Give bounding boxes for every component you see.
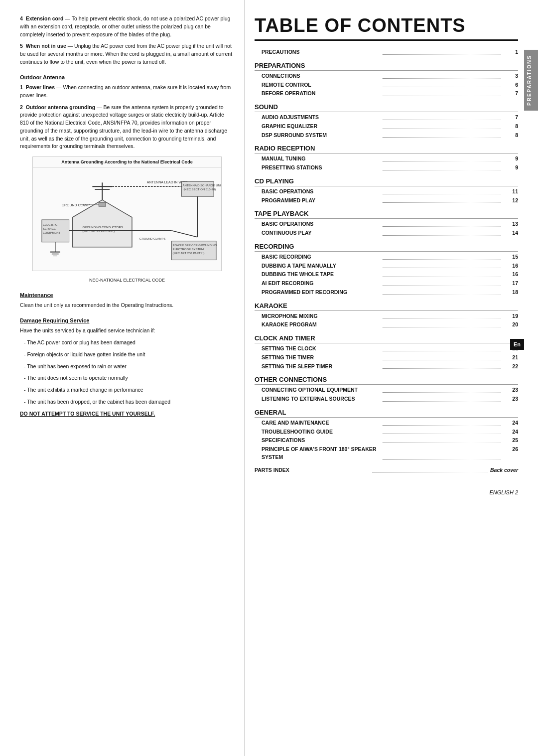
entry-page: 23	[503, 386, 518, 394]
toc-entry: DUBBING THE WHOLE TAPE16	[255, 270, 518, 279]
toc-entry: KARAOKE PROGRAM20	[255, 320, 518, 329]
entry-page: 14	[503, 229, 518, 237]
entry-dots	[383, 280, 502, 286]
entry-dots	[383, 321, 502, 327]
entry-dots	[383, 437, 502, 443]
toc-entry: DSP SURROUND SYSTEM8	[255, 131, 518, 140]
en-badge: En	[510, 339, 524, 350]
entry-dots	[383, 262, 502, 269]
entry-title: PRESETTING STATIONS	[262, 164, 381, 172]
entry-page: 6	[503, 81, 518, 89]
svg-text:(NEC ART 250 PART H): (NEC ART 250 PART H)	[173, 251, 205, 254]
sidebar-tab: PREPARATIONS	[524, 50, 538, 111]
entry-dots	[383, 188, 502, 194]
toc-section-heading: KARAOKE	[255, 302, 518, 311]
entry-title: DUBBING THE WHOLE TAPE	[262, 271, 381, 279]
diagram-title: Antenna Grounding According to the Natio…	[33, 157, 221, 167]
outdoor2-number: 2	[20, 104, 23, 110]
entry-dots	[383, 386, 502, 393]
entry-page: 11	[503, 188, 518, 196]
entry-dots	[383, 197, 502, 203]
antenna-diagram: Antenna Grounding According to the Natio…	[32, 156, 222, 271]
precautions-dots	[383, 48, 502, 55]
entry-page: 7	[503, 90, 518, 98]
toc-section-heading: SOUND	[255, 103, 518, 112]
toc-section: SOUNDAUDIO ADJUSTMENTS7GRAPHIC EQUALIZER…	[255, 103, 518, 140]
svg-text:GROUND CLAMPS: GROUND CLAMPS	[139, 237, 166, 240]
entry-title: BASIC OPERATIONS	[262, 188, 381, 196]
outdoor1-number: 1	[20, 84, 23, 90]
entry-page: 9	[503, 155, 518, 163]
toc-section: RECORDINGBASIC RECORDING15DUBBING A TAPE…	[255, 243, 518, 297]
entry-dots	[383, 363, 502, 369]
svg-rect-6	[99, 202, 106, 206]
item5-title: When not in use	[26, 43, 66, 49]
entry-dots	[383, 428, 502, 435]
svg-text:GROUND CLAMP: GROUND CLAMP	[62, 203, 90, 207]
svg-marker-0	[73, 200, 132, 247]
toc-entry: DUBBING A TAPE MANUALLY16	[255, 262, 518, 271]
toc-entry: PRESETTING STATIONS9	[255, 163, 518, 172]
entry-page: 17	[503, 280, 518, 288]
toc-entry: SETTING THE SLEEP TIMER22	[255, 362, 518, 371]
entry-dots	[383, 132, 502, 138]
toc-entry: BASIC OPERATIONS13	[255, 220, 518, 229]
entry-dots	[383, 419, 502, 426]
entry-title: CONTINUOUS PLAY	[262, 229, 381, 237]
entry-page: 24	[503, 428, 518, 436]
maintenance-heading: Maintenance	[20, 291, 234, 300]
entry-page: 3	[503, 72, 518, 80]
entry-title: CONNECTIONS	[262, 72, 381, 80]
toc-entry: CONNECTIONS3	[255, 72, 518, 81]
entry-page: 8	[503, 123, 518, 131]
parts-index-dots	[372, 466, 488, 473]
entry-page: 26	[503, 446, 518, 461]
toc-section: OTHER CONNECTIONSCONNECTING OPTIONAL EQU…	[255, 376, 518, 404]
entry-page: 9	[503, 164, 518, 172]
toc-entry: AI EDIT RECORDING17	[255, 279, 518, 288]
entry-title: CONNECTING OPTIONAL EQUIPMENT	[262, 386, 381, 394]
entry-page: 16	[503, 262, 518, 270]
item4-dash: —	[65, 15, 71, 21]
toc-section-heading: PREPARATIONS	[255, 62, 518, 71]
entry-page: 15	[503, 253, 518, 261]
entry-dots	[383, 395, 502, 402]
damage-items-list: - The AC power cord or plug has been dam…	[20, 339, 234, 406]
entry-title: SETTING THE TIMER	[262, 354, 381, 362]
toc-entry: CARE AND MAINTENANCE24	[255, 419, 518, 428]
entry-dots	[383, 123, 502, 129]
damage-item: - Foreign objects or liquid have gotten …	[24, 351, 234, 359]
entry-dots	[383, 229, 502, 236]
toc-section: CD PLAYINGBASIC OPERATIONS11PROGRAMMED P…	[255, 177, 518, 205]
toc-entry: CONNECTING OPTIONAL EQUIPMENT23	[255, 386, 518, 395]
entry-page: 21	[503, 354, 518, 362]
toc-section-heading: RADIO RECEPTION	[255, 145, 518, 153]
outdoor2-dash: —	[97, 104, 103, 110]
entry-title: AUDIO ADJUSTMENTS	[262, 114, 381, 122]
toc-section: RADIO RECEPTIONMANUAL TUNING9PRESETTING …	[255, 145, 518, 172]
entry-title: AI EDIT RECORDING	[262, 280, 381, 288]
entry-dots	[383, 289, 502, 295]
toc-section: PREPARATIONSCONNECTIONS3REMOTE CONTROL6B…	[255, 62, 518, 98]
toc-entry: MANUAL TUNING9	[255, 154, 518, 163]
svg-text:(NEC SECTION 810-21): (NEC SECTION 810-21)	[82, 229, 115, 232]
outdoor1-title: Power lines	[26, 84, 55, 90]
toc-section: TAPE PLAYBACKBASIC OPERATIONS13CONTINUOU…	[255, 210, 518, 238]
entry-title: PROGRAMMED EDIT RECORDING	[262, 289, 381, 297]
damage-item: - The unit does not seem to operate norm…	[24, 374, 234, 382]
do-not-text: DO NOT ATTEMPT TO SERVICE THE UNIT YOURS…	[20, 410, 234, 418]
diagram-svg: ANTENNA LEAD IN WIRE GROUND CLAMP ANTENN…	[33, 167, 221, 265]
precautions-label: PRECAUTIONS	[262, 48, 381, 56]
entry-page: 22	[503, 363, 518, 371]
toc-entry: PRINCIPLE OF AIWA'S FRONT 180° SPEAKER S…	[255, 445, 518, 462]
toc-entry: AUDIO ADJUSTMENTS7	[255, 113, 518, 122]
entry-page: 18	[503, 289, 518, 297]
entry-dots	[383, 164, 502, 170]
entry-title: DUBBING A TAPE MANUALLY	[262, 262, 381, 270]
toc-entry: TROUBLESHOOTING GUIDE24	[255, 428, 518, 437]
item4-number: 4	[20, 15, 23, 21]
toc-entry: MICROPHONE MIXING19	[255, 312, 518, 321]
nec-label: NEC-NATIONAL ELECTRICAL CODE	[20, 277, 234, 284]
outdoor1-dash: —	[56, 84, 63, 90]
toc-entry: BASIC OPERATIONS11	[255, 187, 518, 196]
